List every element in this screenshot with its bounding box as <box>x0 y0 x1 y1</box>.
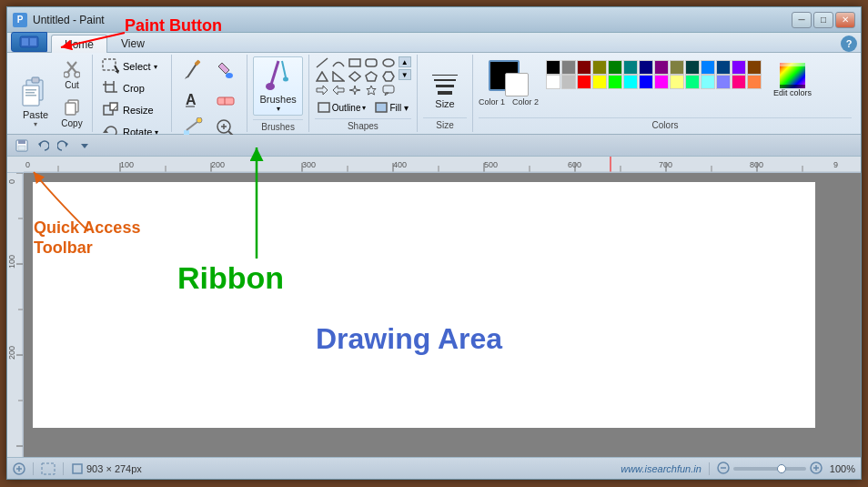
shape-right-triangle[interactable] <box>331 70 346 83</box>
tab-view[interactable]: View <box>107 34 158 52</box>
selection-info <box>41 462 56 475</box>
svg-rect-115 <box>73 464 82 473</box>
dimensions-text: 903 × 274px <box>86 463 142 474</box>
shape-hexagon[interactable] <box>381 70 396 83</box>
color-swatch[interactable] <box>701 75 715 89</box>
tab-home[interactable]: Home <box>51 35 107 53</box>
color-swatch[interactable] <box>732 60 746 75</box>
shape-arrow-left[interactable] <box>331 84 346 96</box>
status-bar: 903 × 274px www.isearchfun.in <box>7 457 861 479</box>
shape-pentagon[interactable] <box>364 70 378 83</box>
color-swatch[interactable] <box>592 75 607 89</box>
svg-rect-67 <box>18 146 25 150</box>
eraser-button[interactable] <box>210 86 241 113</box>
color-swatch[interactable] <box>577 60 591 75</box>
color-swatch[interactable] <box>608 75 622 89</box>
zoom-out-button[interactable] <box>717 462 730 476</box>
color-swatch[interactable] <box>685 75 700 89</box>
svg-rect-114 <box>42 463 55 474</box>
pencil-button[interactable] <box>177 56 208 84</box>
cut-button[interactable]: Cut <box>57 56 86 93</box>
drawing-area[interactable] <box>24 173 861 457</box>
size-button[interactable]: Size <box>423 70 467 114</box>
svg-point-42 <box>266 83 275 90</box>
tab-bar: Home View ? <box>7 33 861 53</box>
brushes-button[interactable]: Brushes ▾ <box>253 56 302 116</box>
color-swatch[interactable] <box>592 60 607 75</box>
color-swatch[interactable] <box>546 60 560 75</box>
svg-marker-53 <box>383 72 394 81</box>
shape-star4[interactable] <box>348 84 362 96</box>
shape-triangle[interactable] <box>315 70 329 83</box>
undo-button[interactable] <box>34 137 52 154</box>
colors-group: Color 1 Color 2 <box>473 55 857 132</box>
shape-curve[interactable] <box>331 56 346 69</box>
zoom-slider[interactable] <box>733 467 806 471</box>
paste-button[interactable]: Paste ▾ <box>16 74 55 131</box>
close-button[interactable]: ✕ <box>835 12 855 28</box>
color-swatch[interactable] <box>639 60 653 75</box>
color-swatch[interactable] <box>561 60 576 75</box>
add-item[interactable] <box>13 462 25 475</box>
color-swatch[interactable] <box>639 75 653 89</box>
color-swatch[interactable] <box>670 75 684 89</box>
color-swatch[interactable] <box>623 75 638 89</box>
watermark: www.isearchfun.in <box>621 463 701 474</box>
image-group: Select ▾ Crop <box>93 55 172 132</box>
color2-swatch[interactable] <box>505 73 529 96</box>
edit-colors-button[interactable]: Edit colors <box>769 60 816 100</box>
color-swatch[interactable] <box>716 75 731 89</box>
color-swatch[interactable] <box>654 75 669 89</box>
color-swatch[interactable] <box>685 60 700 75</box>
shape-rect[interactable] <box>348 56 362 69</box>
svg-line-45 <box>317 58 328 67</box>
help-button[interactable]: ? <box>841 36 857 52</box>
redo-button[interactable] <box>55 137 73 154</box>
svg-rect-6 <box>25 89 36 91</box>
restore-button[interactable]: □ <box>813 12 833 28</box>
crop-button[interactable]: Crop <box>98 78 162 98</box>
color-swatch[interactable] <box>561 75 576 89</box>
minimize-button[interactable]: ─ <box>792 12 812 28</box>
color-swatch[interactable] <box>747 75 762 89</box>
shape-line[interactable] <box>315 56 329 69</box>
save-button[interactable] <box>13 137 31 154</box>
svg-rect-58 <box>383 86 394 93</box>
shape-icons-grid <box>315 56 397 96</box>
shape-star5[interactable] <box>364 84 378 96</box>
shape-diamond[interactable] <box>348 70 362 83</box>
dimensions-info: 903 × 274px <box>71 462 142 475</box>
color-swatch[interactable] <box>701 60 715 75</box>
shape-arrow-right[interactable] <box>315 84 329 96</box>
shape-round-rect[interactable] <box>364 56 378 69</box>
color-swatch[interactable] <box>546 75 560 89</box>
shape-ellipse[interactable] <box>381 56 396 69</box>
shape-callout[interactable] <box>381 84 396 96</box>
paint-menu-button[interactable] <box>11 32 47 52</box>
color-swatch[interactable] <box>623 60 638 75</box>
color-swatch[interactable] <box>608 60 622 75</box>
color-swatch[interactable] <box>732 75 746 89</box>
paint-canvas[interactable] <box>33 182 815 428</box>
zoom-in-button[interactable] <box>810 462 823 476</box>
color-swatch[interactable] <box>577 75 591 89</box>
horizontal-ruler: 0 100 200 300 400 500 <box>7 157 861 173</box>
color-swatch[interactable] <box>716 60 731 75</box>
svg-rect-14 <box>66 103 76 115</box>
svg-marker-25 <box>103 129 108 133</box>
outline-button[interactable]: Outline ▾ <box>315 100 369 115</box>
quick-access-dropdown[interactable] <box>76 137 94 154</box>
color-swatch[interactable] <box>654 60 669 75</box>
fill-shape-button[interactable]: Fill ▾ <box>372 100 411 115</box>
text-button[interactable]: A <box>177 86 208 113</box>
copy-button[interactable]: Copy <box>57 95 86 131</box>
fill-button[interactable] <box>210 56 241 84</box>
select-button[interactable]: Select ▾ <box>98 56 162 76</box>
shape-nav-up[interactable]: ▲ <box>399 56 411 67</box>
resize-button[interactable]: Resize <box>98 100 162 120</box>
color-swatch[interactable] <box>670 60 684 75</box>
svg-text:A: A <box>186 92 197 107</box>
svg-marker-68 <box>38 142 41 147</box>
shape-nav-down[interactable]: ▼ <box>399 69 411 80</box>
color-swatch[interactable] <box>747 60 762 75</box>
